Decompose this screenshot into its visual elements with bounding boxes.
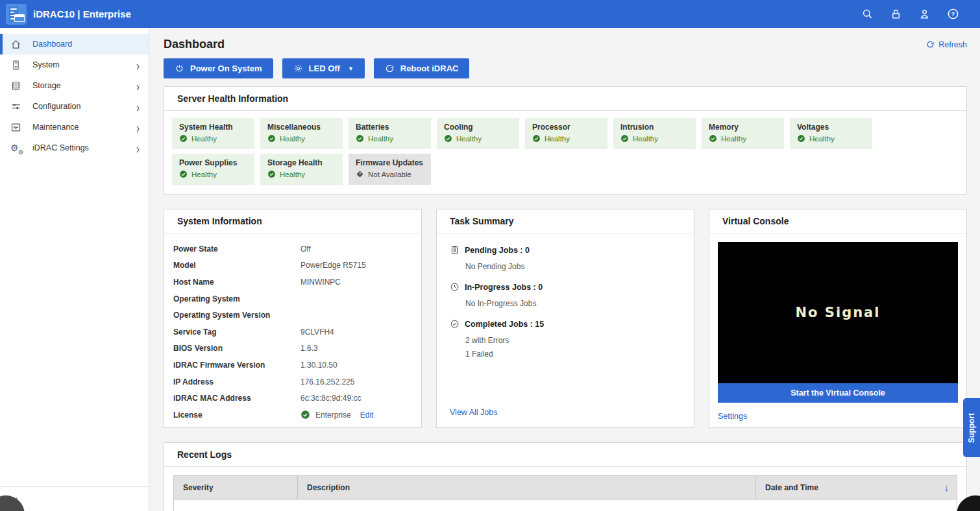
health-tile-voltages: Voltages Healthy: [790, 118, 872, 149]
info-row-bios-version: BIOS Version1.6.3: [173, 340, 421, 357]
top-bar: iDRAC10 | Enterprise ?: [0, 0, 980, 28]
info-row-license: License Enterprise Edit: [173, 407, 421, 423]
healthy-check-icon: [797, 134, 805, 143]
sliders-icon: [10, 101, 21, 112]
virtual-console-title: Virtual Console: [709, 209, 966, 233]
lock-icon[interactable]: [889, 8, 902, 21]
info-row-operating-system: Operating System: [173, 291, 421, 307]
server-health-title: Server Health Information: [164, 87, 966, 111]
health-tile-batteries: Batteries Healthy: [349, 118, 431, 149]
chevron-down-icon: ▼: [348, 65, 354, 72]
info-row-idrac-firmware-version: iDRAC Firmware Version1.30.10.50: [173, 357, 421, 374]
healthy-check-icon: [267, 134, 276, 143]
app-title: iDRAC10 | Enterprise: [33, 8, 131, 19]
svg-text:?: ?: [359, 172, 361, 176]
virtual-console-settings-link[interactable]: Settings: [718, 412, 747, 421]
power-on-system-button[interactable]: Power On System: [164, 58, 273, 78]
health-tile-intrusion: Intrusion Healthy: [613, 118, 696, 149]
recent-logs-title: Recent Logs: [164, 443, 966, 467]
in-progress-jobs-group: In-Progress Jobs : 0 No In-Progress Jobs: [450, 282, 681, 308]
health-tile-cooling: Cooling Healthy: [437, 118, 519, 149]
pending-jobs-group: Pending Jobs : 0 No Pending Jobs: [450, 245, 681, 271]
support-tab[interactable]: Support: [963, 398, 980, 457]
completed-jobs-group: Completed Jobs : 15 2 with Errors 1 Fail…: [450, 319, 681, 359]
home-icon: [10, 39, 21, 50]
sidebar-item-system[interactable]: System ›: [0, 54, 149, 75]
sidebar-item-storage[interactable]: Storage ›: [0, 75, 149, 96]
health-tile-processor: Processor Healthy: [525, 118, 607, 149]
refresh-icon: [926, 40, 935, 49]
health-tile-system-health: System Health Healthy: [172, 118, 254, 149]
idrac-logo-icon: [6, 4, 27, 25]
power-icon: [175, 64, 184, 73]
task-summary-panel: Task Summary Pending Jobs : 0 No Pending…: [436, 209, 694, 428]
server-health-panel: Server Health Information System Health …: [164, 86, 967, 195]
server-icon: [10, 60, 21, 71]
sort-descending-icon[interactable]: ↓: [944, 482, 949, 493]
healthy-check-icon: [179, 134, 188, 143]
healthy-check-icon: [267, 170, 276, 178]
svg-text:?: ?: [951, 11, 954, 18]
clipboard-icon: [450, 245, 459, 255]
info-row-ip-address: IP Address176.16.252.225: [173, 374, 421, 390]
brightness-icon: [293, 64, 303, 73]
info-row-service-tag: Service Tag9CLVFH4: [173, 324, 421, 340]
unknown-diamond-icon: ?: [356, 170, 364, 178]
chevron-right-icon: ›: [136, 100, 140, 113]
sidebar-item-label: System: [32, 60, 60, 69]
info-row-operating-system-version: Operating System Version: [173, 307, 421, 324]
sidebar-item-maintenance[interactable]: Maintenance ›: [0, 117, 149, 137]
info-row-idrac-mac-address: iDRAC MAC Address6c:3c:8c:9d:49:cc: [173, 390, 421, 407]
reboot-icon: [385, 64, 395, 73]
health-tile-firmware-updates: Firmware Updates ?Not Available: [349, 154, 431, 185]
healthy-check-icon: [620, 134, 629, 143]
sidebar: Dashboard System › Storage › Configurati…: [0, 28, 149, 511]
table-header-row: Severity Description Date and Time ↓: [174, 476, 957, 499]
healthy-check-icon: [179, 170, 188, 178]
column-header-severity[interactable]: Severity: [174, 476, 297, 499]
sidebar-item-label: iDRAC Settings: [32, 143, 89, 152]
search-icon[interactable]: [861, 8, 874, 21]
sidebar-item-label: Configuration: [32, 102, 80, 111]
sidebar-item-dashboard[interactable]: Dashboard: [0, 34, 149, 54]
reboot-idrac-button[interactable]: Reboot iDRAC: [374, 58, 470, 78]
column-header-date-time[interactable]: Date and Time ↓: [755, 476, 957, 499]
recent-logs-table: Severity Description Date and Time ↓ The…: [173, 475, 957, 511]
sidebar-item-label: Maintenance: [32, 123, 79, 132]
chevron-right-icon: ›: [136, 58, 140, 71]
gears-icon: ⚙⚙: [10, 143, 21, 154]
help-icon[interactable]: ?: [946, 8, 959, 21]
info-row-power-state: Power StateOff: [173, 241, 421, 257]
column-header-description[interactable]: Description: [297, 476, 755, 499]
healthy-check-icon: [532, 134, 541, 143]
chart-icon: [10, 122, 21, 133]
healthy-check-icon: [444, 134, 452, 143]
no-signal-text: No Signal: [796, 305, 881, 320]
virtual-console-preview: No Signal: [718, 242, 958, 383]
chevron-right-icon: ›: [136, 79, 140, 92]
clock-icon: [450, 282, 459, 292]
system-information-panel: System Information Power StateOff ModelP…: [164, 209, 422, 428]
sidebar-item-idrac-settings[interactable]: ⚙⚙ iDRAC Settings ›: [0, 137, 149, 158]
start-virtual-console-button[interactable]: Start the Virtual Console: [718, 383, 958, 403]
task-summary-title: Task Summary: [437, 209, 694, 233]
healthy-check-icon: [356, 134, 364, 143]
user-icon[interactable]: [918, 8, 931, 21]
view-all-jobs-link[interactable]: View All Jobs: [450, 408, 497, 417]
led-off-button[interactable]: LED Off ▼: [282, 58, 365, 78]
table-row[interactable]: The chassis is closed while the power is…: [174, 499, 957, 511]
license-edit-link[interactable]: Edit: [360, 410, 374, 420]
support-tab-label: Support: [967, 413, 976, 443]
health-tile-miscellaneous: Miscellaneous Healthy: [260, 118, 343, 149]
info-row-host-name: Host NameMINWINPC: [173, 274, 421, 291]
chevron-right-icon: ›: [136, 141, 140, 154]
info-row-model: ModelPowerEdge R5715: [173, 257, 421, 274]
main-content: Dashboard Refresh Power On System LED Of…: [149, 28, 980, 511]
sidebar-item-configuration[interactable]: Configuration ›: [0, 96, 149, 117]
chevron-right-icon: ›: [136, 121, 140, 134]
refresh-link[interactable]: Refresh: [926, 40, 967, 49]
recent-logs-panel: Recent Logs Severity Description Date an…: [164, 442, 967, 511]
health-tile-storage-health: Storage Health Healthy: [260, 154, 343, 185]
check-circle-icon: [450, 319, 459, 329]
virtual-console-panel: Virtual Console No Signal Start the Virt…: [709, 209, 967, 428]
